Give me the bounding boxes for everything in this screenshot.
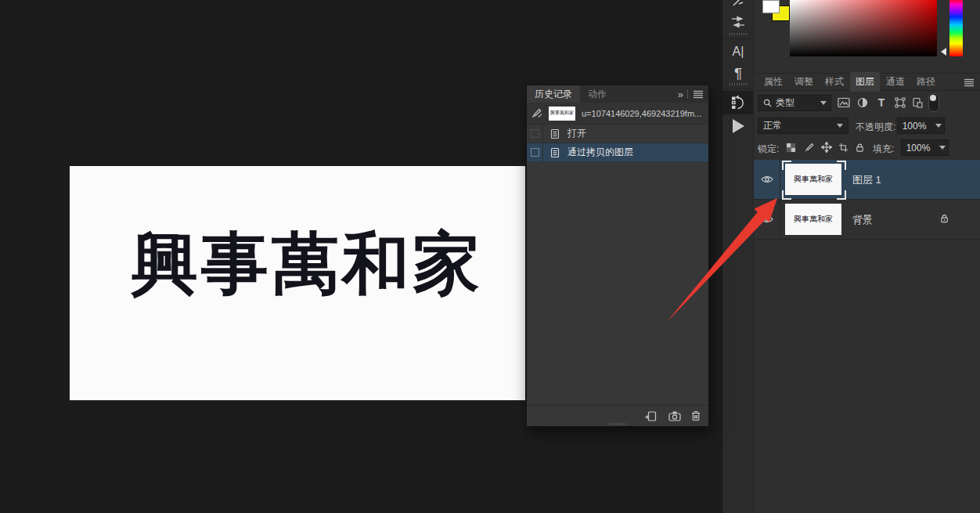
brush-settings-panel-button[interactable]	[722, 11, 754, 33]
history-tab-bar: 历史记录 动作 »	[527, 85, 708, 103]
tab-properties[interactable]: 属性	[758, 72, 788, 92]
filter-type-layers-button[interactable]: T	[874, 96, 888, 109]
type-icon: T	[878, 96, 885, 109]
hue-slider-pointer[interactable]	[941, 48, 946, 56]
collapse-to-icons-button[interactable]: »	[678, 89, 683, 100]
history-state-layer-via-copy[interactable]: 通过拷贝的图层	[527, 143, 708, 162]
layer-row-background[interactable]: 興事萬和家 背景	[754, 200, 980, 240]
panel-menu-button[interactable]	[964, 78, 975, 87]
visibility-toggle[interactable]	[754, 200, 780, 239]
character-panel-button[interactable]: A|	[722, 41, 754, 63]
new-snapshot-button[interactable]	[668, 410, 681, 422]
collapsed-panel-dock: A| ¶	[722, 0, 754, 513]
filter-smart-objects-button[interactable]	[910, 96, 924, 109]
image-icon	[838, 97, 850, 108]
tab-paths[interactable]: 路径	[911, 72, 941, 92]
layer-thumbnail[interactable]: 興事萬和家	[785, 164, 841, 195]
chevron-down-icon	[939, 146, 946, 150]
blend-mode-select[interactable]: 正常	[758, 117, 848, 134]
panel-resize-grip[interactable]	[609, 423, 626, 425]
new-document-from-state-button[interactable]	[643, 410, 657, 422]
history-state-label: 通过拷贝的图层	[567, 146, 633, 159]
lock-icon	[939, 213, 949, 224]
lock-artboard-button[interactable]	[837, 141, 850, 154]
clipped-brush-icon	[731, 0, 745, 9]
eye-icon	[761, 175, 773, 184]
layer-filter-toggle[interactable]	[928, 93, 939, 112]
move-icon	[821, 142, 832, 153]
tab-adjustments[interactable]: 调整	[789, 72, 819, 92]
divider	[687, 89, 688, 99]
visibility-toggle[interactable]	[754, 160, 780, 199]
hue-ramp-slider[interactable]	[949, 0, 963, 56]
blend-mode-value: 正常	[763, 119, 782, 132]
thumbnail-selection-bracket	[782, 190, 791, 200]
trash-icon	[690, 410, 701, 421]
fill-label: 填充:	[873, 143, 894, 156]
chevron-down-icon	[820, 101, 827, 105]
fill-input[interactable]: 100%	[901, 139, 935, 156]
source-checkbox	[531, 129, 539, 138]
checkerboard-icon	[786, 143, 796, 153]
background-lock-badge[interactable]	[939, 213, 949, 224]
delete-state-button[interactable]	[689, 410, 702, 422]
history-state-open[interactable]: 打开	[527, 125, 708, 143]
tab-channels[interactable]: 通道	[881, 72, 910, 92]
history-snapshot-row[interactable]: 興事萬和家 u=1074146029,469243219fm...	[527, 103, 708, 125]
tab-actions[interactable]: 动作	[580, 85, 614, 103]
fill-dropdown-button[interactable]	[936, 139, 949, 156]
filter-pixel-layers-button[interactable]	[837, 96, 851, 109]
lock-all-button[interactable]	[853, 141, 867, 154]
shape-icon	[895, 97, 906, 108]
document-icon	[549, 128, 560, 139]
layer-row-layer1[interactable]: 興事萬和家 图层 1	[754, 160, 980, 200]
tab-layers[interactable]: 图层	[850, 72, 880, 92]
document-icon	[549, 147, 560, 158]
actions-play-icon	[733, 119, 744, 133]
tab-history[interactable]: 历史记录	[527, 85, 580, 103]
panel-dock: 属性 调整 样式 图层 通道 路径 类型 T	[753, 0, 980, 513]
opacity-input[interactable]: 100%	[897, 117, 931, 134]
adjustment-icon	[857, 97, 868, 108]
fill-value: 100%	[906, 143, 931, 154]
paragraph-panel-icon: ¶	[734, 65, 742, 82]
history-brush-source-cell[interactable]	[527, 125, 543, 143]
layer-name[interactable]: 图层 1	[852, 173, 881, 187]
paintbrush-icon	[804, 142, 815, 153]
opacity-dropdown-button[interactable]	[932, 117, 945, 134]
thumbnail-selection-bracket	[837, 190, 846, 200]
brush-settings-icon	[730, 15, 746, 29]
layer-filter-kind-select[interactable]: 类型	[758, 95, 831, 111]
dock-divider	[722, 33, 754, 39]
saturation-brightness-field[interactable]	[790, 0, 937, 56]
history-panel-button[interactable]	[722, 91, 754, 114]
layer-name[interactable]: 背景	[852, 213, 873, 227]
foreground-color-swatch[interactable]	[762, 0, 780, 13]
filter-shape-layers-button[interactable]	[893, 96, 907, 109]
panel-menu-button[interactable]	[693, 90, 704, 99]
filter-adjustment-layers-button[interactable]	[856, 96, 870, 109]
eye-icon	[761, 215, 773, 224]
history-brush-source-icon	[531, 107, 542, 119]
tab-styles[interactable]: 样式	[820, 72, 849, 92]
dock-divider	[722, 83, 754, 89]
lock-image-pixels-button[interactable]	[802, 141, 816, 154]
chevron-down-icon	[935, 124, 942, 128]
canvas-document[interactable]: 興事萬和家	[70, 166, 525, 400]
lock-transparent-pixels-button[interactable]	[784, 141, 798, 154]
actions-panel-button[interactable]	[722, 116, 754, 136]
source-checkbox	[531, 148, 539, 157]
camera-icon	[668, 411, 681, 421]
snapshot-thumbnail: 興事萬和家	[549, 107, 575, 121]
calligraphy-artwork: 興事萬和家	[131, 222, 499, 303]
lock-icon	[855, 143, 865, 153]
clipped-panel-icon[interactable]	[722, 0, 754, 11]
filter-kind-label: 类型	[776, 96, 794, 110]
history-brush-source-cell[interactable]	[527, 143, 543, 161]
thumbnail-selection-bracket	[782, 161, 791, 170]
new-document-icon	[644, 410, 657, 421]
lock-position-button[interactable]	[820, 141, 833, 154]
layer-thumbnail[interactable]: 興事萬和家	[785, 204, 841, 235]
history-footer	[527, 405, 708, 426]
paragraph-panel-button[interactable]: ¶	[722, 63, 754, 85]
